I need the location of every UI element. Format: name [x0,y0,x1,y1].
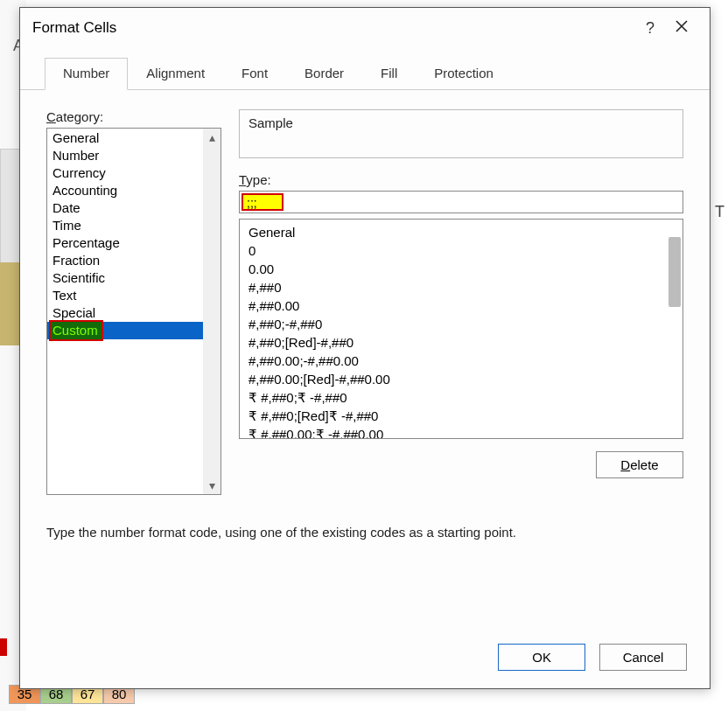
type-input[interactable]: ;;; [239,191,683,213]
category-item-custom[interactable]: Custom [47,322,220,339]
sample-groupbox: Sample [239,109,683,158]
dialog-body: Category: General Number Currency Accoun… [20,90,710,631]
format-code-listbox[interactable]: General 0 0.00 #,##0 #,##0.00 #,##0;-#,#… [239,219,683,439]
format-code-item[interactable]: General [240,223,682,241]
category-item-time[interactable]: Time [47,217,220,234]
category-item-percentage[interactable]: Percentage [47,234,220,252]
category-item-special[interactable]: Special [47,304,220,322]
bg-accent [0,638,7,656]
format-code-item[interactable]: ₹ #,##0;₹ -#,##0 [240,388,682,407]
column-header-right: T [715,203,724,221]
category-item-accounting[interactable]: Accounting [47,182,220,199]
format-scrollbar-thumb[interactable] [668,237,681,307]
tabstrip: Number Alignment Font Border Fill Protec… [20,48,710,90]
format-code-item[interactable]: #,##0 [240,278,682,296]
scroll-up-icon[interactable]: ▴ [203,129,220,146]
category-item-date[interactable]: Date [47,199,220,217]
format-cells-dialog: Format Cells ? Number Alignment Font Bor… [19,7,710,689]
type-label: Type: [239,172,683,187]
tab-protection[interactable]: Protection [416,58,512,90]
category-item-text[interactable]: Text [47,287,220,304]
cancel-button[interactable]: Cancel [599,644,687,671]
type-input-value: ;;; [242,193,284,211]
sample-label: Sample [248,115,674,130]
close-icon [675,19,689,33]
hint-text: Type the number format code, using one o… [46,525,683,540]
format-code-item[interactable]: 0 [240,241,682,260]
format-code-item[interactable]: #,##0.00;[Red]-#,##0.00 [240,370,682,388]
format-code-item[interactable]: 0.00 [240,260,682,278]
tab-alignment[interactable]: Alignment [128,58,223,90]
category-listbox[interactable]: General Number Currency Accounting Date … [46,128,221,495]
category-label: Category: [46,109,221,124]
category-item-currency[interactable]: Currency [47,164,220,182]
format-code-item[interactable]: #,##0;[Red]-#,##0 [240,333,682,352]
category-item-fraction[interactable]: Fraction [47,252,220,269]
format-code-item[interactable]: #,##0;-#,##0 [240,315,682,333]
tab-number[interactable]: Number [45,58,128,90]
help-button[interactable]: ? [634,19,666,38]
tab-fill[interactable]: Fill [362,58,416,90]
format-code-item[interactable]: #,##0.00;-#,##0.00 [240,352,682,370]
format-code-item[interactable]: ₹ #,##0.00;₹ -#,##0.00 [240,425,682,439]
category-item-scientific[interactable]: Scientific [47,269,220,287]
dialog-footer: OK Cancel [20,631,710,688]
tab-border[interactable]: Border [286,58,362,90]
delete-button[interactable]: Delete [596,451,683,478]
ok-button[interactable]: OK [498,644,585,671]
category-item-number[interactable]: Number [47,147,220,164]
category-item-general[interactable]: General [47,129,220,147]
format-code-item[interactable]: ₹ #,##0;[Red]₹ -#,##0 [240,407,682,425]
format-code-item[interactable]: #,##0.00 [240,296,682,315]
titlebar: Format Cells ? [20,8,710,48]
tab-font[interactable]: Font [223,58,286,90]
dialog-title: Format Cells [32,19,634,37]
close-button[interactable] [666,19,697,38]
category-scrollbar[interactable] [203,129,220,494]
scroll-down-icon[interactable]: ▾ [203,477,220,494]
